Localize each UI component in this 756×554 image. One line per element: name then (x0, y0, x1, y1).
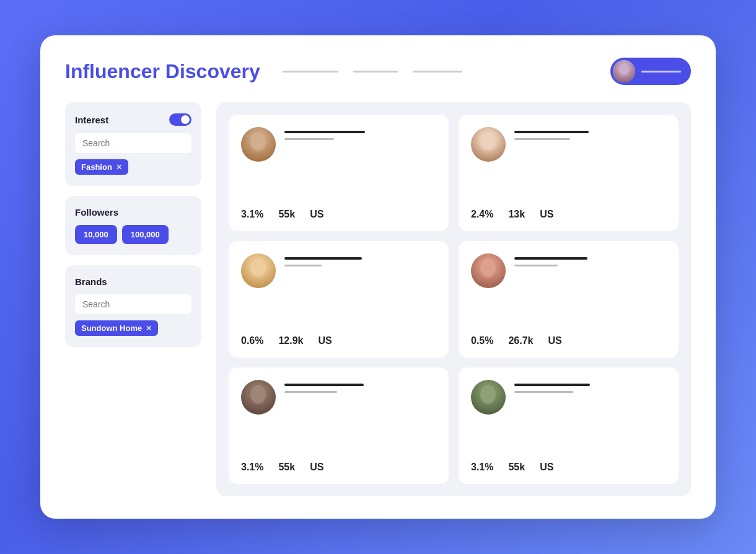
engagement-4: 0.5% (471, 335, 493, 346)
influencer-top-1 (241, 127, 434, 162)
influencer-stats-5: 3.1% 55k US (241, 462, 434, 473)
info-line-name-1 (284, 131, 365, 133)
nav-line-2 (353, 71, 398, 73)
country-5: US (310, 462, 323, 473)
interest-toggle[interactable] (169, 113, 191, 126)
influencer-stats-1: 3.1% 55k US (241, 209, 434, 220)
profile-button[interactable] (610, 58, 691, 85)
influencer-grid: 3.1% 55k US 2.4% 13k US (216, 102, 691, 496)
country-3: US (319, 335, 332, 346)
influencer-avatar-3 (241, 253, 276, 288)
influencer-top-6 (471, 380, 664, 415)
engagement-5: 3.1% (241, 462, 263, 473)
interest-tags: Fashion ✕ (75, 159, 191, 175)
avatar (613, 60, 635, 82)
influencer-top-2 (471, 127, 664, 162)
sidebar: Interest Fashion ✕ Followers 10,000 (65, 102, 201, 496)
sundown-home-tag[interactable]: Sundown Home ✕ (75, 320, 158, 336)
info-line-sub-5 (284, 391, 337, 393)
influencer-avatar-1 (241, 127, 276, 162)
interest-label: Interest (75, 115, 108, 125)
sundown-home-tag-close[interactable]: ✕ (146, 324, 152, 333)
page-title: Influencer Discovery (65, 60, 260, 83)
interest-filter: Interest Fashion ✕ (65, 102, 201, 186)
country-6: US (540, 462, 553, 473)
influencer-stats-2: 2.4% 13k US (471, 209, 664, 220)
followers-2: 13k (508, 209, 525, 220)
influencer-card-5[interactable]: 3.1% 55k US (229, 367, 449, 484)
brands-search-input[interactable] (75, 294, 191, 314)
follower-buttons: 10,000 100,000 (75, 225, 191, 244)
influencer-card-4[interactable]: 0.5% 26.7k US (459, 241, 679, 358)
followers-5: 55k (278, 462, 295, 473)
influencer-avatar-4 (471, 253, 506, 288)
influencer-avatar-2 (471, 127, 506, 162)
influencer-top-5 (241, 380, 434, 415)
followers-header: Followers (75, 207, 191, 218)
influencer-lines-4 (514, 253, 587, 266)
interest-search-input[interactable] (75, 133, 191, 153)
info-line-sub-6 (514, 391, 573, 393)
country-1: US (310, 209, 323, 220)
influencer-stats-3: 0.6% 12.9k US (241, 335, 434, 346)
info-line-name-4 (514, 257, 587, 260)
avatar-face-5 (241, 380, 276, 415)
influencer-lines-3 (284, 253, 362, 266)
nav-line-1 (283, 71, 338, 73)
engagement-6: 3.1% (471, 462, 493, 473)
info-line-sub-1 (284, 138, 334, 140)
country-2: US (540, 209, 553, 220)
engagement-1: 3.1% (241, 209, 263, 220)
avatar-face-1 (241, 127, 276, 162)
followers-4: 26.7k (508, 335, 533, 346)
influencer-card-2[interactable]: 2.4% 13k US (459, 115, 679, 231)
avatar-face-6 (471, 380, 506, 415)
influencer-avatar-5 (241, 380, 276, 415)
followers-label: Followers (75, 207, 118, 218)
influencer-lines-2 (514, 127, 589, 140)
influencer-card-3[interactable]: 0.6% 12.9k US (229, 241, 449, 358)
influencer-card-1[interactable]: 3.1% 55k US (229, 115, 449, 231)
avatar-face-4 (471, 253, 506, 288)
nav-line-3 (413, 71, 462, 73)
followers-3: 12.9k (278, 335, 303, 346)
interest-header: Interest (75, 113, 191, 126)
influencer-lines-5 (284, 380, 364, 393)
influencer-stats-6: 3.1% 55k US (471, 462, 664, 473)
sundown-home-tag-label: Sundown Home (81, 323, 142, 333)
followers-max-button[interactable]: 100,000 (122, 225, 169, 244)
engagement-3: 0.6% (241, 335, 263, 346)
brands-tags: Sundown Home ✕ (75, 320, 191, 336)
main-content: Interest Fashion ✕ Followers 10,000 (65, 102, 691, 496)
fashion-tag[interactable]: Fashion ✕ (75, 159, 128, 175)
brands-filter: Brands Sundown Home ✕ (65, 265, 201, 347)
info-line-sub-2 (514, 138, 570, 140)
main-card: Influencer Discovery Interest (40, 35, 716, 519)
info-line-sub-4 (514, 265, 558, 266)
country-4: US (548, 335, 562, 346)
profile-line (641, 71, 681, 73)
engagement-2: 2.4% (471, 209, 493, 220)
info-line-name-6 (514, 384, 590, 386)
info-line-name-3 (284, 257, 362, 260)
followers-filter: Followers 10,000 100,000 (65, 196, 201, 255)
influencer-card-6[interactable]: 3.1% 55k US (459, 367, 679, 484)
influencer-top-3 (241, 253, 434, 288)
influencer-top-4 (471, 253, 664, 288)
nav-lines (283, 71, 610, 73)
influencer-lines-1 (284, 127, 365, 140)
avatar-face-3 (241, 253, 276, 288)
fashion-tag-label: Fashion (81, 162, 112, 172)
influencer-stats-4: 0.5% 26.7k US (471, 335, 664, 346)
info-line-name-2 (514, 131, 589, 133)
avatar-image (613, 60, 635, 82)
followers-1: 55k (278, 209, 295, 220)
header: Influencer Discovery (65, 58, 691, 85)
followers-6: 55k (508, 462, 525, 473)
avatar-face-2 (471, 127, 506, 162)
info-line-name-5 (284, 384, 364, 386)
influencer-lines-6 (514, 380, 590, 393)
followers-min-button[interactable]: 10,000 (75, 225, 117, 244)
info-line-sub-3 (284, 265, 322, 266)
fashion-tag-close[interactable]: ✕ (116, 163, 122, 172)
